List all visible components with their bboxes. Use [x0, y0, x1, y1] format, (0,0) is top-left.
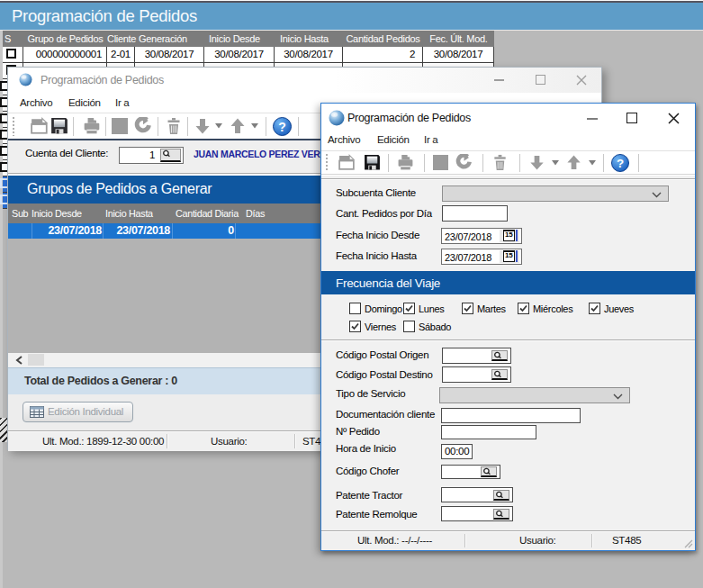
svg-text:?: ? — [617, 157, 624, 170]
svg-text:?: ? — [278, 120, 285, 134]
